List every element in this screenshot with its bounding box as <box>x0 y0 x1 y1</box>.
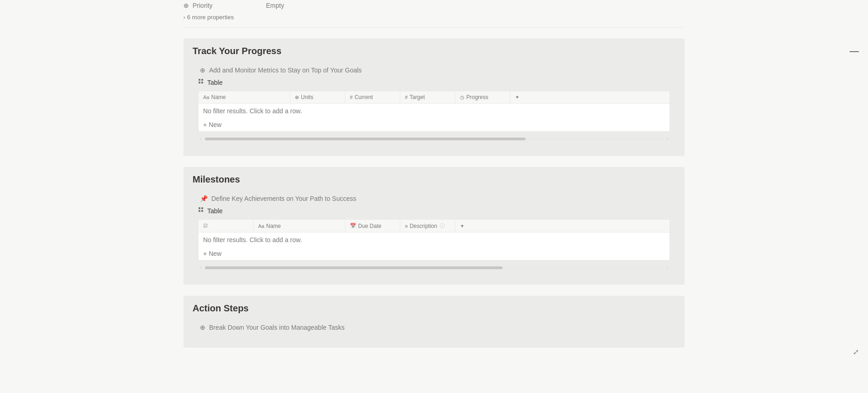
progress-type-icon: ◷ <box>460 94 464 100</box>
description-info-icon: ⓘ <box>440 222 445 229</box>
content-area: Track Your Progress ⊕ Add and Monitor Me… <box>0 39 868 348</box>
milestones-table: ☑ Aa Name 📅 Due Date ≡ Description <box>198 219 670 260</box>
calendar-type-icon: 📅 <box>350 223 356 229</box>
text-type-icon: Aa <box>203 94 209 100</box>
track-progress-scrollbar: ‹ › <box>198 133 670 144</box>
lines-type-icon: ≡ <box>405 223 408 229</box>
units-type-icon: ⊕ <box>295 94 299 100</box>
milestones-new-row[interactable]: + New <box>199 247 669 260</box>
target-column-header: # Target <box>400 91 455 103</box>
track-progress-title: Track Your Progress <box>193 46 675 56</box>
action-steps-description-text: Break Down Your Goals into Manageable Ta… <box>209 324 344 331</box>
milestones-table-header: Table <box>198 207 670 215</box>
milestones-description: 📌 Define Key Achievements on Your Path t… <box>198 195 670 202</box>
track-progress-description: ⊕ Add and Monitor Metrics to Stay on Top… <box>198 66 670 74</box>
more-properties-toggle[interactable]: › 6 more properties <box>183 11 685 23</box>
metrics-icon: ⊕ <box>200 66 205 74</box>
due-date-col-label: Due Date <box>358 223 381 229</box>
track-progress-database: ⊕ Add and Monitor Metrics to Stay on Top… <box>193 62 675 149</box>
new-row-plus-icon: + <box>203 121 207 128</box>
current-col-label: Current <box>354 94 373 100</box>
milestones-new-row-label: New <box>209 250 221 257</box>
target-col-label: Target <box>409 94 425 100</box>
scroll-left-arrow[interactable]: ‹ <box>198 135 203 142</box>
milestones-name-col-label: Name <box>266 223 281 229</box>
checkbox-type-icon: ☑ <box>203 223 208 229</box>
milestones-section: Milestones 📌 Define Key Achievements on … <box>183 167 685 285</box>
action-steps-section: Action Steps ⊕ Break Down Your Goals int… <box>183 296 685 348</box>
name-column-header: Aa Name <box>199 91 290 103</box>
svg-rect-5 <box>201 207 203 209</box>
svg-rect-3 <box>201 82 203 83</box>
action-steps-description: ⊕ Break Down Your Goals into Manageable … <box>198 324 670 331</box>
priority-property: ⊕ Priority Empty <box>183 0 685 11</box>
table-header: Aa Name ⊕ Units # Current # <box>199 91 669 104</box>
svg-rect-7 <box>201 210 203 212</box>
priority-value: Empty <box>266 2 284 9</box>
milestones-table-grid-icon <box>198 207 205 215</box>
track-progress-table-header: Table <box>198 78 670 86</box>
scroll-right-arrow[interactable]: › <box>665 135 670 142</box>
svg-rect-0 <box>199 79 200 81</box>
milestones-description-text: Define Key Achievements on Your Path to … <box>211 195 356 202</box>
milestones-scrollbar: ‹ › <box>198 262 670 273</box>
due-date-column-header: 📅 Due Date <box>345 220 400 232</box>
plus-icon: + <box>515 94 519 100</box>
minimize-button[interactable]: — <box>850 46 859 56</box>
add-column-button[interactable]: + <box>510 91 524 103</box>
track-progress-empty-row[interactable]: No filter results. Click to add a row. <box>199 104 669 118</box>
milestones-scroll-right-arrow[interactable]: › <box>665 264 670 271</box>
track-progress-new-row[interactable]: + New <box>199 118 669 131</box>
milestones-scrollbar-thumb <box>205 266 503 269</box>
milestones-table-label: Table <box>207 207 222 215</box>
more-properties-label: 6 more properties <box>187 14 234 21</box>
milestones-scrollbar-track[interactable] <box>205 266 663 269</box>
chevron-down-icon: › <box>183 14 185 21</box>
svg-rect-1 <box>201 79 203 81</box>
empty-row-text: No filter results. Click to add a row. <box>203 107 302 115</box>
scrollbar-track[interactable] <box>205 138 663 140</box>
progress-column-header: ◷ Progress <box>455 91 510 103</box>
milestones-title: Milestones <box>193 174 675 185</box>
new-row-label: New <box>209 121 221 128</box>
priority-icon: ⊕ <box>183 2 189 9</box>
svg-rect-6 <box>199 210 200 212</box>
milestones-empty-row[interactable]: No filter results. Click to add a row. <box>199 232 669 247</box>
milestones-table-header-row: ☑ Aa Name 📅 Due Date ≡ Description <box>199 220 669 232</box>
target-type-icon: # <box>405 94 408 100</box>
progress-col-label: Progress <box>466 94 488 100</box>
svg-rect-4 <box>199 207 200 209</box>
action-steps-title: Action Steps <box>193 303 675 314</box>
milestones-new-row-plus-icon: + <box>203 250 207 257</box>
scrollbar-thumb <box>205 138 525 140</box>
table-grid-icon <box>198 78 205 86</box>
milestones-plus-icon: + <box>460 223 464 229</box>
svg-rect-2 <box>199 82 200 83</box>
description-column-header: ≡ Description ⓘ <box>400 220 455 232</box>
checkbox-column-header: ☑ <box>199 220 254 232</box>
action-steps-database: ⊕ Break Down Your Goals into Manageable … <box>193 319 675 340</box>
properties-section: ⊕ Priority Empty › 6 more properties <box>0 0 868 28</box>
track-progress-table: Aa Name ⊕ Units # Current # <box>198 91 670 132</box>
name-col-label: Name <box>211 94 226 100</box>
track-progress-description-text: Add and Monitor Metrics to Stay on Top o… <box>209 66 362 74</box>
pin-icon: 📌 <box>200 195 208 202</box>
milestones-name-column-header: Aa Name <box>254 220 345 232</box>
milestones-empty-row-text: No filter results. Click to add a row. <box>203 236 302 244</box>
current-column-header: # Current <box>345 91 400 103</box>
tasks-icon: ⊕ <box>200 324 205 331</box>
milestones-text-type-icon: Aa <box>258 223 264 229</box>
milestones-add-column-button[interactable]: + <box>455 220 469 232</box>
table-label: Table <box>207 79 222 86</box>
milestones-scroll-left-arrow[interactable]: ‹ <box>198 264 203 271</box>
units-col-label: Units <box>301 94 313 100</box>
units-column-header: ⊕ Units <box>290 91 345 103</box>
expand-button[interactable]: ⤢ <box>853 348 859 356</box>
section-divider <box>183 27 685 28</box>
priority-label: Priority <box>193 2 266 9</box>
description-col-label: Description <box>409 223 437 229</box>
page-container: ⊕ Priority Empty › 6 more properties Tra… <box>0 0 868 377</box>
milestones-database: 📌 Define Key Achievements on Your Path t… <box>193 190 675 277</box>
current-type-icon: # <box>350 94 353 100</box>
track-progress-section: Track Your Progress ⊕ Add and Monitor Me… <box>183 39 685 156</box>
